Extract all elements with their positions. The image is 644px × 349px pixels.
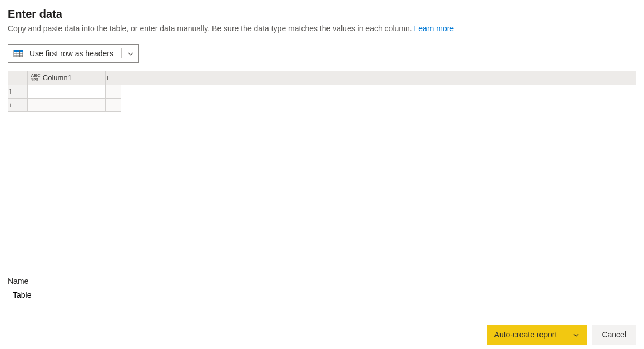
subtitle-text: Copy and paste data into the table, or e…: [8, 24, 414, 33]
add-row-button[interactable]: +: [8, 98, 27, 111]
grid-cell-empty: [27, 98, 105, 111]
page-subtitle: Copy and paste data into the table, or e…: [8, 24, 636, 33]
cancel-button[interactable]: Cancel: [592, 325, 636, 345]
grid-cell[interactable]: [27, 85, 105, 98]
use-first-row-headers-button[interactable]: Use first row as headers: [8, 44, 139, 63]
auto-create-report-label: Auto-create report: [494, 330, 557, 339]
chevron-down-icon[interactable]: [573, 331, 579, 338]
primary-divider: [566, 329, 566, 340]
add-column-button[interactable]: +: [105, 71, 121, 85]
grid-cell-empty: [105, 85, 121, 98]
toolbar-divider: [121, 48, 122, 58]
learn-more-link[interactable]: Learn more: [414, 24, 454, 33]
header-filler: [121, 71, 636, 85]
column-header[interactable]: ABC 123 Column1: [27, 71, 105, 85]
chevron-down-icon[interactable]: [127, 50, 134, 57]
grid-cell-empty: [105, 98, 121, 111]
datatype-icon[interactable]: ABC 123: [31, 73, 41, 82]
name-label: Name: [8, 277, 636, 286]
svg-rect-1: [14, 50, 23, 52]
row-number[interactable]: 1: [8, 85, 27, 98]
auto-create-report-button[interactable]: Auto-create report: [487, 325, 588, 345]
page-title: Enter data: [8, 8, 636, 21]
table-name-input[interactable]: [8, 288, 201, 302]
column-name: Column1: [43, 73, 72, 82]
table-icon: [13, 48, 24, 59]
grid-corner: [8, 71, 27, 85]
use-first-row-headers-label: Use first row as headers: [29, 49, 113, 58]
data-grid[interactable]: ABC 123 Column1 + 1 +: [8, 71, 636, 264]
